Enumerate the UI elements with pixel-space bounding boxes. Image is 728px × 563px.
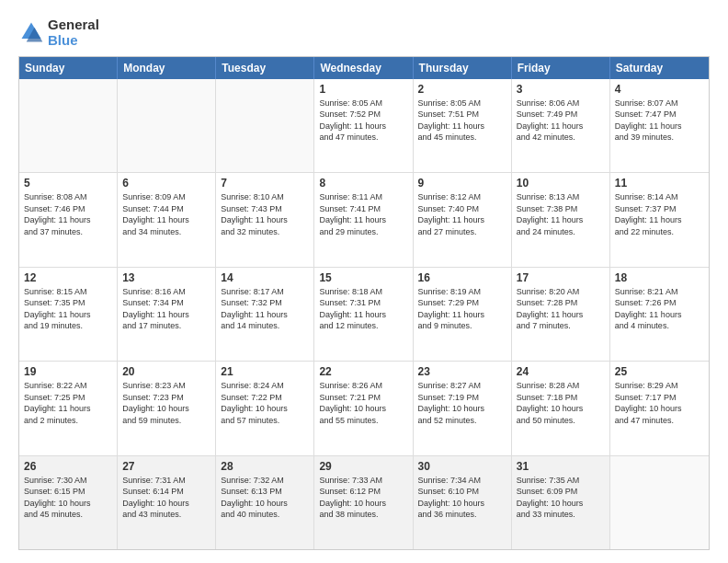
cell-info-line: Sunrise: 8:05 AM [319,98,407,109]
cell-info-line: Daylight: 11 hours [418,121,506,132]
calendar-row-3: 12Sunrise: 8:15 AMSunset: 7:35 PMDayligh… [19,268,709,362]
day-number: 1 [319,83,407,96]
cell-info-line: and 40 minutes. [221,509,309,521]
cell-info-line: and 22 minutes. [615,226,704,238]
day-number: 25 [615,365,704,378]
calendar-cell: 25Sunrise: 8:29 AMSunset: 7:17 PMDayligh… [610,362,709,455]
cell-info-line: Sunset: 6:13 PM [221,486,309,498]
cell-info-line: Sunrise: 8:18 AM [319,286,407,298]
calendar-cell: 22Sunrise: 8:26 AMSunset: 7:21 PMDayligh… [314,362,413,455]
cell-info-line: Daylight: 11 hours [418,309,506,321]
calendar-header: SundayMondayTuesdayWednesdayThursdayFrid… [19,57,709,79]
day-number: 20 [122,365,210,378]
header-day-sunday: Sunday [19,57,118,79]
day-number: 30 [418,460,506,473]
day-number: 27 [122,460,210,473]
cell-info-line: and 42 minutes. [517,132,605,144]
day-number: 13 [122,271,210,284]
cell-info-line: and 39 minutes. [615,132,704,144]
day-number: 9 [418,177,506,190]
cell-info-line: Daylight: 11 hours [122,214,210,226]
cell-info-line: and 29 minutes. [319,226,407,238]
cell-info-line: and 45 minutes. [418,132,506,144]
day-number: 18 [615,271,704,284]
cell-info-line: Sunrise: 8:20 AM [517,286,605,298]
cell-info-line: Sunset: 6:15 PM [24,486,112,498]
day-number: 23 [418,365,506,378]
cell-info-line: and 47 minutes. [319,132,407,144]
cell-info-line: Daylight: 10 hours [418,498,506,510]
cell-info-line: and 36 minutes. [418,509,506,521]
calendar-cell: 16Sunrise: 8:19 AMSunset: 7:29 PMDayligh… [414,268,512,362]
calendar-row-1: 1Sunrise: 8:05 AMSunset: 7:52 PMDaylight… [19,79,709,174]
cell-info-line: Daylight: 10 hours [319,403,407,415]
calendar-cell: 28Sunrise: 7:32 AMSunset: 6:13 PMDayligh… [216,456,314,550]
calendar-cell: 1Sunrise: 8:05 AMSunset: 7:52 PMDaylight… [314,79,413,173]
cell-info-line: and 12 minutes. [319,320,407,332]
cell-info-line: and 59 minutes. [122,415,210,427]
day-number: 26 [24,460,112,473]
day-number: 24 [517,365,605,378]
header: General Blue [18,17,710,49]
cell-info-line: and 9 minutes. [418,320,506,332]
cell-info-line: Sunset: 7:46 PM [24,203,112,215]
calendar-row-4: 19Sunrise: 8:22 AMSunset: 7:25 PMDayligh… [19,362,709,456]
cell-info-line: Daylight: 11 hours [24,214,112,226]
cell-info-line: Daylight: 11 hours [615,121,704,132]
calendar-cell: 29Sunrise: 7:33 AMSunset: 6:12 PMDayligh… [314,456,413,550]
cell-info-line: Sunset: 7:18 PM [517,392,605,404]
cell-info-line: Sunset: 7:21 PM [319,392,407,404]
cell-info-line: Sunrise: 7:32 AM [221,475,309,487]
calendar-cell: 24Sunrise: 8:28 AMSunset: 7:18 PMDayligh… [512,362,610,455]
cell-info-line: Sunrise: 7:33 AM [319,475,407,487]
cell-info-line: Sunset: 6:09 PM [517,486,605,498]
cell-info-line: Sunrise: 8:09 AM [122,191,210,203]
cell-info-line: Sunset: 7:44 PM [122,203,210,215]
cell-info-line: and 43 minutes. [122,509,210,521]
cell-info-line: Daylight: 10 hours [24,498,112,510]
cell-info-line: Sunrise: 8:12 AM [418,191,506,203]
cell-info-line: Daylight: 10 hours [122,403,210,415]
day-number: 15 [319,271,407,284]
day-number: 4 [615,83,704,96]
day-number: 3 [517,83,605,96]
logo-icon [18,19,44,45]
cell-info-line: Sunrise: 7:34 AM [418,475,506,487]
calendar-cell: 20Sunrise: 8:23 AMSunset: 7:23 PMDayligh… [118,362,216,455]
calendar-cell: 5Sunrise: 8:08 AMSunset: 7:46 PMDaylight… [19,173,118,267]
cell-info-line: Sunrise: 8:05 AM [418,98,506,109]
cell-info-line: Daylight: 11 hours [122,309,210,321]
cell-info-line: Sunrise: 8:29 AM [615,380,704,392]
cell-info-line: and 33 minutes. [517,509,605,521]
cell-info-line: Sunset: 7:47 PM [615,109,704,121]
calendar-cell: 14Sunrise: 8:17 AMSunset: 7:32 PMDayligh… [216,268,314,362]
cell-info-line: Daylight: 11 hours [418,214,506,226]
calendar-cell: 4Sunrise: 8:07 AMSunset: 7:47 PMDaylight… [610,79,709,173]
logo: General Blue [18,17,99,49]
calendar-cell: 13Sunrise: 8:16 AMSunset: 7:34 PMDayligh… [118,268,216,362]
calendar-cell: 9Sunrise: 8:12 AMSunset: 7:40 PMDaylight… [414,173,512,267]
calendar-cell [19,79,118,173]
cell-info-line: Daylight: 11 hours [517,214,605,226]
cell-info-line: Daylight: 10 hours [517,403,605,415]
cell-info-line: Daylight: 10 hours [615,403,704,415]
cell-info-line: Daylight: 11 hours [319,214,407,226]
day-number: 5 [24,177,112,190]
calendar-cell: 15Sunrise: 8:18 AMSunset: 7:31 PMDayligh… [314,268,413,362]
cell-info-line: Daylight: 10 hours [319,498,407,510]
calendar-cell: 7Sunrise: 8:10 AMSunset: 7:43 PMDaylight… [216,173,314,267]
cell-info-line: Sunrise: 8:13 AM [517,191,605,203]
cell-info-line: Daylight: 10 hours [221,403,309,415]
day-number: 14 [221,271,309,284]
cell-info-line: and 27 minutes. [418,226,506,238]
cell-info-line: and 47 minutes. [615,415,704,427]
cell-info-line: Sunset: 6:10 PM [418,486,506,498]
cell-info-line: Sunset: 7:40 PM [418,203,506,215]
cell-info-line: Daylight: 11 hours [319,121,407,132]
header-day-wednesday: Wednesday [314,57,413,79]
cell-info-line: Sunrise: 8:06 AM [517,98,605,109]
cell-info-line: and 2 minutes. [24,415,112,427]
cell-info-line: Sunset: 7:34 PM [122,297,210,309]
cell-info-line: Sunrise: 8:21 AM [615,286,704,298]
cell-info-line: Sunset: 7:29 PM [418,297,506,309]
